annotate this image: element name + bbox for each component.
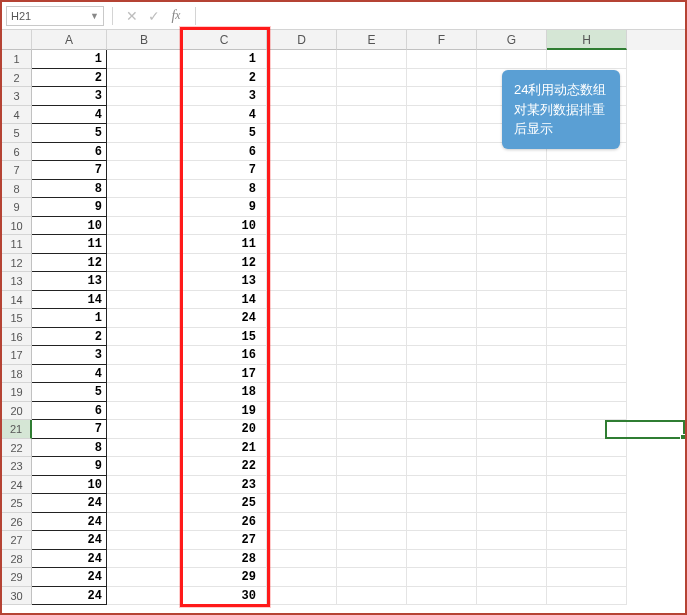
- cell[interactable]: 23: [182, 476, 267, 495]
- cell[interactable]: [267, 383, 337, 402]
- cell[interactable]: [477, 328, 547, 347]
- cell[interactable]: [407, 568, 477, 587]
- cell[interactable]: 26: [182, 513, 267, 532]
- cell[interactable]: 16: [182, 346, 267, 365]
- formula-input[interactable]: [204, 6, 681, 26]
- cell[interactable]: [337, 106, 407, 125]
- cell[interactable]: [547, 587, 627, 606]
- row-header[interactable]: 14: [2, 291, 32, 310]
- column-header-c[interactable]: C: [182, 30, 267, 50]
- cell[interactable]: [267, 124, 337, 143]
- cell[interactable]: [407, 235, 477, 254]
- cell[interactable]: [477, 494, 547, 513]
- cell[interactable]: [547, 309, 627, 328]
- cell[interactable]: [267, 69, 337, 88]
- cell[interactable]: [337, 531, 407, 550]
- row-header[interactable]: 26: [2, 513, 32, 532]
- column-header-a[interactable]: A: [32, 30, 107, 50]
- cell[interactable]: [547, 420, 627, 439]
- cell[interactable]: [547, 50, 627, 69]
- row-header[interactable]: 15: [2, 309, 32, 328]
- cell[interactable]: [107, 420, 182, 439]
- cell[interactable]: [407, 328, 477, 347]
- cell[interactable]: 6: [32, 143, 107, 162]
- cell[interactable]: [267, 161, 337, 180]
- cell[interactable]: 13: [32, 272, 107, 291]
- cell[interactable]: [547, 476, 627, 495]
- cell[interactable]: [407, 457, 477, 476]
- cell[interactable]: [407, 69, 477, 88]
- cell[interactable]: 9: [32, 457, 107, 476]
- row-header[interactable]: 18: [2, 365, 32, 384]
- cell[interactable]: [267, 328, 337, 347]
- cell[interactable]: [107, 531, 182, 550]
- cell[interactable]: 27: [182, 531, 267, 550]
- cell[interactable]: [547, 457, 627, 476]
- cell[interactable]: [547, 513, 627, 532]
- cell[interactable]: 8: [32, 439, 107, 458]
- cell[interactable]: [477, 346, 547, 365]
- cell[interactable]: [337, 328, 407, 347]
- cell[interactable]: [407, 420, 477, 439]
- cell[interactable]: [107, 328, 182, 347]
- cell[interactable]: [337, 439, 407, 458]
- cell[interactable]: [477, 587, 547, 606]
- cell[interactable]: [407, 383, 477, 402]
- cell[interactable]: 25: [182, 494, 267, 513]
- cell[interactable]: [337, 124, 407, 143]
- cell[interactable]: [407, 494, 477, 513]
- cell[interactable]: [547, 328, 627, 347]
- row-header[interactable]: 25: [2, 494, 32, 513]
- row-header[interactable]: 23: [2, 457, 32, 476]
- cell[interactable]: [267, 87, 337, 106]
- cell[interactable]: 14: [32, 291, 107, 310]
- cell[interactable]: [267, 420, 337, 439]
- cell[interactable]: [547, 217, 627, 236]
- cell[interactable]: [267, 587, 337, 606]
- cell[interactable]: [107, 50, 182, 69]
- cell[interactable]: 7: [32, 420, 107, 439]
- cell[interactable]: 4: [182, 106, 267, 125]
- cell[interactable]: [407, 291, 477, 310]
- cell[interactable]: [337, 87, 407, 106]
- cell[interactable]: [267, 531, 337, 550]
- cell[interactable]: [547, 346, 627, 365]
- cell[interactable]: [337, 587, 407, 606]
- cell[interactable]: [107, 124, 182, 143]
- cell[interactable]: [547, 254, 627, 273]
- cell[interactable]: 28: [182, 550, 267, 569]
- cell[interactable]: [107, 494, 182, 513]
- row-header[interactable]: 6: [2, 143, 32, 162]
- cell[interactable]: [477, 198, 547, 217]
- cell[interactable]: 22: [182, 457, 267, 476]
- cell[interactable]: 5: [182, 124, 267, 143]
- cell[interactable]: [407, 272, 477, 291]
- cell[interactable]: [477, 50, 547, 69]
- cell[interactable]: [337, 420, 407, 439]
- cell[interactable]: [477, 550, 547, 569]
- cell[interactable]: [407, 365, 477, 384]
- cell[interactable]: 21: [182, 439, 267, 458]
- cell[interactable]: 10: [32, 217, 107, 236]
- cell[interactable]: [337, 254, 407, 273]
- cell[interactable]: [547, 550, 627, 569]
- row-header[interactable]: 10: [2, 217, 32, 236]
- cell[interactable]: 17: [182, 365, 267, 384]
- cell[interactable]: 24: [32, 587, 107, 606]
- cell[interactable]: 24: [32, 494, 107, 513]
- cell[interactable]: [547, 180, 627, 199]
- cell[interactable]: [107, 161, 182, 180]
- row-header[interactable]: 12: [2, 254, 32, 273]
- cell[interactable]: 30: [182, 587, 267, 606]
- cell[interactable]: [337, 365, 407, 384]
- cell[interactable]: [267, 291, 337, 310]
- cell[interactable]: 3: [32, 87, 107, 106]
- cell[interactable]: [407, 346, 477, 365]
- cell[interactable]: 2: [32, 69, 107, 88]
- cell[interactable]: [407, 550, 477, 569]
- cell[interactable]: [477, 365, 547, 384]
- row-header[interactable]: 13: [2, 272, 32, 291]
- cell[interactable]: [107, 402, 182, 421]
- cell[interactable]: [337, 198, 407, 217]
- cell[interactable]: 13: [182, 272, 267, 291]
